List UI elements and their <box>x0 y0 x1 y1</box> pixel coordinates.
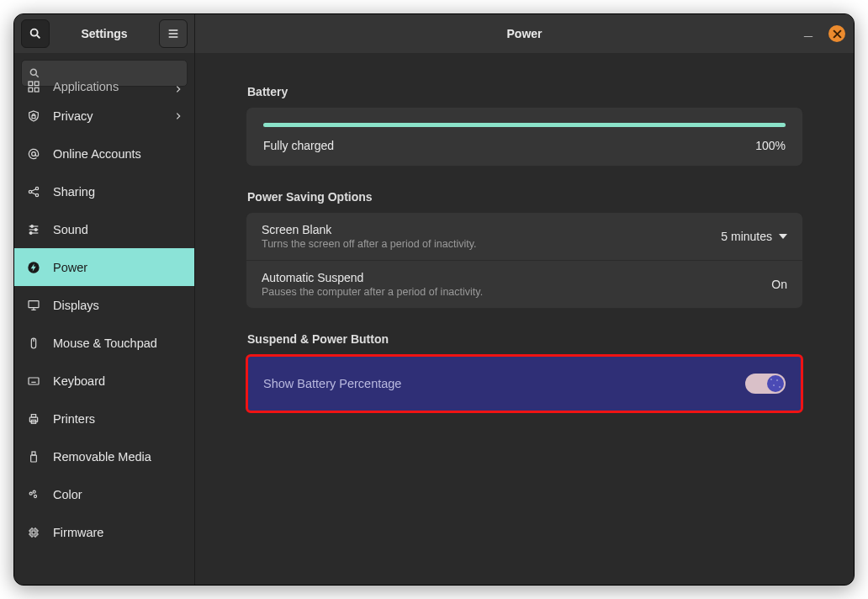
sidebar-item-applications[interactable]: Applications <box>14 78 194 97</box>
window-controls: _ <box>800 25 845 42</box>
sidebar-item-label: Power <box>53 261 87 274</box>
page-title: Power <box>506 27 542 40</box>
battery-card: Fully charged 100% <box>246 107 803 167</box>
sidebar-item-displays[interactable]: Displays <box>14 286 194 324</box>
screen-blank-dropdown[interactable]: 5 minutes <box>721 230 787 243</box>
sidebar-item-online-accounts[interactable]: Online Accounts <box>14 135 194 172</box>
svg-line-18 <box>31 188 35 191</box>
mouse-icon <box>26 337 41 350</box>
svg-rect-42 <box>31 455 37 462</box>
sidebar-item-label: Firmware <box>53 526 103 539</box>
chevron-right-icon <box>174 85 183 93</box>
keyboard-icon <box>26 374 41 388</box>
suspend-heading: Suspend & Power Button <box>247 332 803 346</box>
show-battery-percentage-row[interactable]: Show Battery Percentage <box>248 357 801 411</box>
battery-status-text: Fully charged <box>263 139 334 152</box>
sidebar: ApplicationsPrivacyOnline AccountsSharin… <box>14 53 195 585</box>
titlebar-left: Settings <box>14 14 195 53</box>
sidebar-item-power[interactable]: Power <box>14 248 194 286</box>
printer-icon <box>26 412 41 426</box>
screen-blank-row[interactable]: Screen Blank Turns the screen off after … <box>246 213 802 260</box>
sidebar-item-label: Sound <box>53 223 88 236</box>
hamburger-menu-button[interactable] <box>159 19 188 48</box>
svg-point-43 <box>29 492 32 495</box>
minimize-icon: _ <box>804 22 812 40</box>
sidebar-item-removable-media[interactable]: Removable Media <box>14 437 194 475</box>
svg-rect-11 <box>29 87 33 92</box>
settings-window: Settings Power _ <box>13 13 855 586</box>
sidebar-item-mouse-touchpad[interactable]: Mouse & Touchpad <box>14 324 194 362</box>
sidebar-item-printers[interactable]: Printers <box>14 400 194 437</box>
sidebar-item-label: Printers <box>53 412 95 426</box>
svg-line-8 <box>36 75 39 77</box>
svg-point-14 <box>32 151 36 156</box>
search-icon <box>29 27 42 40</box>
screen-blank-value: 5 minutes <box>721 230 772 243</box>
close-button[interactable] <box>828 25 845 42</box>
sidebar-item-keyboard[interactable]: Keyboard <box>14 362 194 400</box>
automatic-suspend-row[interactable]: Automatic Suspend Pauses the computer af… <box>246 260 802 308</box>
sidebar-item-firmware[interactable]: Firmware <box>14 513 194 551</box>
search-icon <box>29 67 40 79</box>
search-toggle-button[interactable] <box>21 19 50 48</box>
titlebar-right: Power _ <box>195 14 854 53</box>
svg-point-44 <box>33 490 35 493</box>
automatic-suspend-title: Automatic Suspend <box>262 271 763 284</box>
window-body: ApplicationsPrivacyOnline AccountsSharin… <box>14 53 854 585</box>
svg-line-1 <box>37 35 40 38</box>
battery-heading: Battery <box>247 85 803 98</box>
svg-rect-13 <box>32 115 35 118</box>
automatic-suspend-value: On <box>771 278 787 291</box>
screen-blank-subtitle: Turns the screen off after a period of i… <box>262 238 712 250</box>
svg-rect-12 <box>34 87 39 92</box>
battery-bar <box>263 123 786 127</box>
sidebar-nav: ApplicationsPrivacyOnline AccountsSharin… <box>14 78 194 585</box>
show-battery-percentage-toggle[interactable] <box>745 374 786 394</box>
sidebar-item-sound[interactable]: Sound <box>14 210 194 248</box>
sidebar-item-label: Privacy <box>53 109 93 123</box>
sidebar-item-label: Sharing <box>53 185 95 199</box>
sidebar-item-label: Keyboard <box>53 374 105 388</box>
sidebar-item-privacy[interactable]: Privacy <box>14 97 194 135</box>
palette-icon <box>26 488 41 501</box>
close-icon <box>833 29 842 39</box>
battery-percentage-text: 100% <box>755 139 786 152</box>
svg-rect-10 <box>34 82 39 86</box>
minimize-button[interactable]: _ <box>800 22 817 39</box>
bolt-icon <box>26 261 41 274</box>
power-saving-heading: Power Saving Options <box>247 190 803 204</box>
svg-rect-9 <box>29 82 33 86</box>
titlebar: Settings Power _ <box>14 14 854 53</box>
sidebar-item-label: Displays <box>53 299 99 312</box>
svg-point-24 <box>34 228 37 231</box>
show-battery-percentage-card: Show Battery Percentage <box>246 354 803 413</box>
svg-point-23 <box>31 225 34 227</box>
sidebar-item-label: Mouse & Touchpad <box>53 337 157 350</box>
sidebar-item-label: Color <box>53 488 82 501</box>
shield-lock-icon <box>26 109 41 123</box>
chip-icon <box>26 526 41 539</box>
share-icon <box>26 185 41 199</box>
power-saving-card: Screen Blank Turns the screen off after … <box>246 212 803 309</box>
svg-rect-27 <box>29 300 39 307</box>
svg-rect-39 <box>31 414 35 416</box>
chevron-right-icon <box>174 112 183 120</box>
sidebar-item-color[interactable]: Color <box>14 475 194 513</box>
sidebar-item-label: Applications <box>53 80 119 93</box>
svg-line-19 <box>31 192 35 194</box>
screen-blank-title: Screen Blank <box>262 223 712 236</box>
toggle-knob-icon <box>767 375 784 392</box>
automatic-suspend-subtitle: Pauses the computer after a period of in… <box>262 286 763 298</box>
chevron-down-icon <box>779 234 787 239</box>
sidebar-title: Settings <box>55 27 154 40</box>
sliders-icon <box>26 223 41 236</box>
content-area[interactable]: Battery Fully charged 100% Power Saving … <box>195 53 854 585</box>
svg-rect-47 <box>32 531 35 534</box>
sidebar-item-sharing[interactable]: Sharing <box>14 172 194 210</box>
usb-icon <box>26 450 41 464</box>
svg-point-25 <box>29 231 32 234</box>
svg-point-7 <box>30 69 36 75</box>
svg-point-0 <box>31 29 38 36</box>
at-icon <box>26 147 41 161</box>
grid-icon <box>26 80 41 93</box>
